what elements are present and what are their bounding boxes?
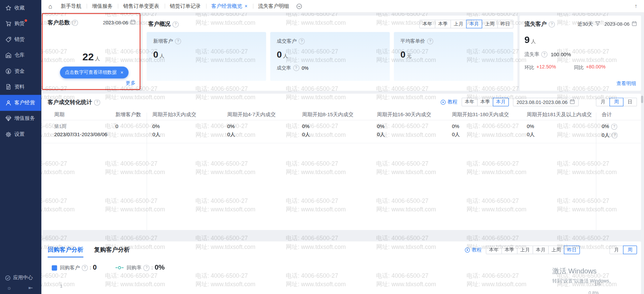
sidebar-item-customer-management[interactable]: 客户经营 <box>0 95 41 111</box>
cell-181d-plus: 0%0人 <box>521 124 596 139</box>
tutorial-link[interactable]: 教程 <box>440 99 457 106</box>
help-icon[interactable] <box>612 132 618 138</box>
granularity-month[interactable]: 月 <box>609 246 623 254</box>
close-tooltip-icon[interactable] <box>121 69 124 75</box>
sidebar-item-label: 销货 <box>14 36 24 43</box>
filter-this-year[interactable]: 本年 <box>461 98 477 106</box>
tab-list-dropdown-icon[interactable] <box>296 3 302 9</box>
sidebar-item-purchase[interactable]: 购货 <box>0 16 41 32</box>
rate-value: 0% <box>154 264 165 272</box>
help-icon[interactable] <box>94 99 100 105</box>
help-icon[interactable] <box>293 65 299 71</box>
scrollbar-thumb[interactable] <box>641 96 643 103</box>
diamond-icon <box>5 115 12 122</box>
home-icon[interactable] <box>48 3 52 10</box>
filter-yesterday[interactable]: 昨日 <box>564 246 580 254</box>
filter-this-quarter[interactable]: 本季 <box>501 246 517 254</box>
rate-label: 回购率 <box>127 264 142 271</box>
lost-customers-value[interactable]: 9人 <box>524 35 641 46</box>
filter-this-month[interactable]: 本月 <box>493 98 509 106</box>
more-link[interactable]: 更多 <box>126 80 136 87</box>
theme-icon[interactable] <box>6 285 11 291</box>
sidebar-item-funds[interactable]: 资金 <box>0 63 41 79</box>
help-icon[interactable] <box>175 38 181 44</box>
tab-buyback-analysis[interactable]: 回购客户分析 <box>48 246 83 257</box>
help-icon[interactable] <box>144 265 150 271</box>
help-icon[interactable] <box>72 20 78 26</box>
filter-last-week[interactable]: 上周 <box>482 20 498 28</box>
filter-yesterday[interactable]: 昨日 <box>497 20 513 28</box>
right-axis-tick: 0.8% <box>588 290 599 294</box>
sidebar-item-sales[interactable]: 销货 <box>0 31 41 47</box>
period-name: 第1周 <box>54 124 110 130</box>
tab-repeat-purchase-analysis[interactable]: 复购客户分析 <box>94 246 130 257</box>
scroll-top-icon[interactable] <box>635 0 638 12</box>
sidebar-item-settings[interactable]: 设置 <box>0 126 41 142</box>
help-icon[interactable] <box>298 38 305 44</box>
filter-this-month[interactable]: 本月 <box>533 246 548 254</box>
help-icon[interactable] <box>172 21 179 27</box>
tutorial-link[interactable]: 教程 <box>464 246 482 253</box>
help-icon[interactable] <box>427 38 433 44</box>
date-range-picker[interactable]: 2023.08.01-2023.08.06 <box>513 98 579 106</box>
sidebar-item-value-added[interactable]: 增值服务 <box>0 111 41 127</box>
granularity-week[interactable]: 周 <box>623 246 637 254</box>
app-center-button[interactable]: 应用中心 <box>0 271 41 284</box>
granularity-day[interactable]: 日 <box>623 98 637 106</box>
document-icon <box>5 84 12 90</box>
tab-customer-overview[interactable]: 客户经营概览 <box>206 0 253 12</box>
lost-customers-card: 流失客户 近30天 2023-08-06 9人 流失率 100.00% 环比+1… <box>520 16 641 91</box>
filter-last-month[interactable]: 上月 <box>451 20 466 28</box>
avg-order-value-panel: 平均客单价 0元 <box>394 32 514 81</box>
help-icon[interactable] <box>541 51 547 58</box>
col-header-8-15d: 周期开始8-15天内成交 <box>296 111 371 119</box>
filter-last-week[interactable]: 上周 <box>548 246 564 254</box>
filter-this-year[interactable]: 本年 <box>419 20 435 28</box>
table-row: 第1周 2023/07/31-2023/08/06 0 0%0人 0%0人 0%… <box>42 120 641 143</box>
sidebar-item-data[interactable]: 资料 <box>0 79 41 95</box>
sidebar-item-favorites[interactable]: 收藏 <box>0 0 41 16</box>
date-picker[interactable]: 2023-08-06 <box>103 19 136 26</box>
granularity-month[interactable]: 月 <box>596 98 610 106</box>
calendar-icon <box>632 21 637 27</box>
sidebar-item-label: 购货 <box>14 20 24 27</box>
new-customer-count: 0 <box>110 124 147 139</box>
filter-this-month[interactable]: 本月 <box>466 20 482 28</box>
collapse-sidebar-icon[interactable] <box>28 285 33 291</box>
sidebar-item-warehouse[interactable]: 仓库 <box>0 47 41 63</box>
sidebar-item-label: 仓库 <box>14 52 24 59</box>
tab-lost-customer-detail[interactable]: 流失客户明细 <box>253 0 294 12</box>
gear-icon <box>5 131 12 138</box>
tab-sales-order-change[interactable]: 销售订单变更表 <box>118 0 165 12</box>
filter-this-year[interactable]: 本年 <box>486 246 502 254</box>
customer-icon <box>5 100 12 106</box>
sidebar-item-label: 资金 <box>14 68 24 75</box>
card-title: 客户概况 <box>148 21 170 28</box>
range-filter[interactable]: 近30天 <box>578 21 600 28</box>
sidebar-item-label: 资料 <box>14 83 24 90</box>
view-detail-link[interactable]: 查看明细 <box>617 80 636 87</box>
period-range: 2023/07/31-2023/08/06 <box>54 132 110 138</box>
help-icon[interactable] <box>82 265 88 271</box>
granularity-week[interactable]: 周 <box>609 98 623 106</box>
buyback-value: 0 <box>93 264 97 272</box>
help-icon[interactable] <box>549 21 555 27</box>
total-customers-value[interactable]: 22人 <box>43 51 140 63</box>
tab-sales-order-record[interactable]: 销货订单记录 <box>165 0 206 12</box>
filter-this-quarter[interactable]: 本季 <box>435 20 451 28</box>
calendar-icon <box>569 99 575 105</box>
app-center-icon <box>5 275 11 281</box>
calendar-icon <box>130 19 136 26</box>
granularity-group: 月 周 <box>609 246 637 254</box>
help-icon[interactable] <box>611 124 617 130</box>
tab-newbie-nav[interactable]: 新手导航 <box>56 0 87 12</box>
table-divider <box>596 112 596 230</box>
date-picker[interactable]: 2023-08-06 <box>604 21 637 27</box>
col-header-31-180d: 周期开始31-180天内成交 <box>446 111 521 119</box>
tab-value-added[interactable]: 增值服务 <box>87 0 118 12</box>
close-tab-icon[interactable] <box>245 3 248 9</box>
filter-this-quarter[interactable]: 本季 <box>477 98 493 106</box>
filter-last-month[interactable]: 上月 <box>517 246 533 254</box>
yoy-value: +80.00% <box>586 64 606 71</box>
table-divider <box>147 112 147 230</box>
